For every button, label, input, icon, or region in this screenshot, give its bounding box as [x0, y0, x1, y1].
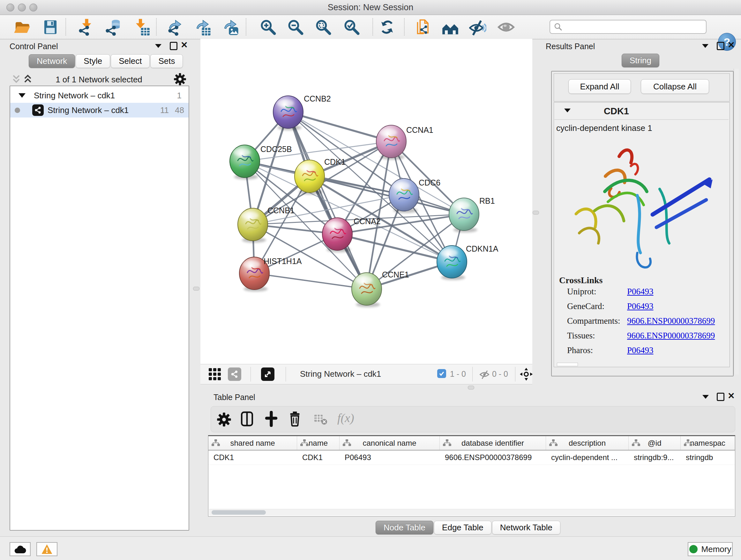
table-horizontal-scrollbar[interactable]: [209, 509, 734, 516]
search-field[interactable]: [549, 20, 706, 34]
node-position-icon[interactable]: [520, 368, 533, 381]
tab-network-table[interactable]: Network Table: [492, 521, 560, 535]
grid-mode-icon[interactable]: [209, 368, 221, 381]
column-header-description[interactable]: description: [546, 436, 629, 450]
tree-expander-icon[interactable]: [18, 93, 25, 98]
results-panel-menu-icon[interactable]: [702, 44, 709, 48]
share-document-button[interactable]: [412, 17, 432, 37]
cloud-button[interactable]: [10, 542, 30, 556]
right-splitter-handle[interactable]: [533, 211, 539, 214]
zoom-in-button[interactable]: [258, 17, 278, 37]
tab-network[interactable]: Network: [29, 54, 75, 68]
table-panel-close-icon[interactable]: ✕: [728, 393, 735, 399]
tab-sets[interactable]: Sets: [150, 54, 183, 68]
control-panel-menu-icon[interactable]: [155, 44, 161, 48]
control-panel-float-icon[interactable]: [170, 42, 178, 50]
open-session-button[interactable]: [11, 17, 32, 37]
tab-node-table[interactable]: Node Table: [376, 521, 433, 535]
table-cell[interactable]: stringdb:9...: [629, 450, 681, 464]
tab-edge-table[interactable]: Edge Table: [434, 521, 491, 535]
export-network-button[interactable]: [165, 17, 186, 37]
node-count: 11: [160, 105, 169, 115]
column-header-database-identifier[interactable]: database identifier: [440, 436, 546, 450]
save-session-button[interactable]: [40, 17, 61, 37]
home-layout-button[interactable]: [440, 17, 461, 37]
export-table-button[interactable]: [193, 17, 213, 37]
network-node-HIST1H1A[interactable]: HIST1H1A: [239, 257, 302, 292]
warning-button[interactable]: [37, 542, 57, 556]
table-cell[interactable]: CDK1: [208, 450, 297, 464]
network-collection-row[interactable]: String Network – cdk1 1: [10, 88, 189, 103]
collapse-all-button[interactable]: Collapse All: [641, 79, 709, 94]
network-node-CDKN1A[interactable]: CDKN1A: [437, 244, 498, 280]
column-header-namespac[interactable]: namespac: [681, 436, 735, 450]
selected-checkbox-icon[interactable]: [437, 369, 446, 378]
hidden-eye-icon: [479, 369, 490, 380]
export-table-icon: [195, 18, 212, 36]
column-header--id[interactable]: @id: [629, 436, 681, 450]
table-cell[interactable]: CDK1: [297, 450, 340, 464]
table-cell[interactable]: cyclin-dependent ...: [546, 450, 629, 464]
table-panel-float-icon[interactable]: [717, 393, 724, 401]
table-cell[interactable]: stringdb: [681, 450, 735, 464]
search-input[interactable]: [563, 22, 706, 32]
birdseye-view-icon[interactable]: [261, 368, 274, 381]
crosslink-label: Pharos:: [567, 346, 593, 355]
tab-string[interactable]: String: [622, 54, 659, 67]
refresh-view-button[interactable]: [377, 17, 397, 37]
column-header-shared-name[interactable]: shared name: [208, 436, 297, 450]
network-node-RB1[interactable]: RB1: [449, 196, 495, 233]
entry-collapse-icon[interactable]: [564, 109, 570, 112]
zoom-selected-button[interactable]: [341, 17, 362, 37]
results-panel-close-icon[interactable]: ✕: [728, 42, 735, 48]
table-row[interactable]: CDK1CDK1P064939606.ENSP00000378699cyclin…: [208, 450, 735, 465]
table-settings-gear-icon[interactable]: [217, 412, 231, 428]
control-panel-gear-icon[interactable]: [174, 73, 186, 87]
collection-count: 1: [177, 91, 182, 101]
crosslink-value[interactable]: 9606.ENSP00000378699: [627, 331, 715, 341]
crosslink-value[interactable]: P06493: [627, 301, 654, 311]
tab-style[interactable]: Style: [76, 54, 110, 68]
network-node-CCNA2[interactable]: CCNA2: [322, 217, 381, 252]
network-row-selected[interactable]: String Network – cdk1 11 48: [10, 103, 189, 118]
delete-column-icon[interactable]: [287, 411, 303, 427]
toolbar-separator: [373, 18, 373, 36]
control-panel-close-icon[interactable]: ✕: [181, 42, 188, 48]
export-image-button[interactable]: [221, 17, 241, 37]
table-panel-menu-icon[interactable]: [702, 395, 709, 399]
title-bar: Session: New Session: [0, 0, 741, 15]
column-header-name[interactable]: name: [297, 436, 340, 450]
crosslink-value[interactable]: 9606.ENSP00000378699: [627, 316, 715, 326]
zoom-fit-button[interactable]: [313, 17, 333, 37]
hide-panel-button[interactable]: [468, 17, 488, 37]
column-header-canonical-name[interactable]: canonical name: [340, 436, 440, 450]
node-table: shared namenamecanonical namedatabase id…: [208, 435, 735, 516]
tab-select[interactable]: Select: [111, 54, 150, 68]
show-columns-icon[interactable]: [239, 411, 255, 427]
show-panel-button[interactable]: [496, 17, 516, 37]
add-column-icon[interactable]: [263, 411, 279, 427]
results-vertical-scrollbar[interactable]: [734, 69, 739, 374]
import-table-button[interactable]: [131, 17, 152, 37]
table-cell[interactable]: P06493: [340, 450, 440, 464]
crosslink-value[interactable]: P06493: [627, 287, 654, 297]
memory-button[interactable]: Memory: [688, 542, 733, 556]
results-panel-float-icon[interactable]: [717, 42, 724, 50]
table-cell[interactable]: 9606.ENSP00000378699: [440, 450, 546, 464]
import-database-button[interactable]: [103, 17, 124, 37]
string-share-icon[interactable]: [228, 368, 241, 381]
network-node-CCNE1[interactable]: CCNE1: [352, 270, 409, 307]
clear-table-icon[interactable]: [314, 414, 328, 426]
bottom-splitter-handle[interactable]: [468, 386, 474, 389]
left-splitter-handle[interactable]: [193, 287, 199, 291]
expand-all-icon[interactable]: [23, 74, 32, 84]
import-network-button[interactable]: [76, 17, 97, 37]
collapse-all-icon[interactable]: [11, 74, 21, 84]
expand-all-button[interactable]: Expand All: [568, 79, 631, 94]
network-node-CDK1[interactable]: CDK1: [294, 158, 346, 194]
network-canvas[interactable]: CCNB2 CCNA1 CDC25B: [200, 39, 532, 364]
results-mini-scrollbar[interactable]: [557, 363, 578, 366]
zoom-out-button[interactable]: [285, 17, 306, 37]
hidden-counts: 0 - 0: [492, 369, 508, 379]
crosslink-value[interactable]: P06493: [627, 346, 654, 355]
